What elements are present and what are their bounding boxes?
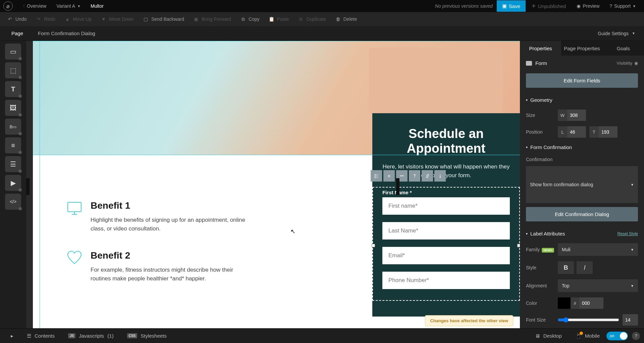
save-icon: ▣ — [502, 3, 507, 9]
top-bar: ⌀ 〈Overview Variant A▼ Multor No previou… — [0, 0, 644, 12]
duplicate-button[interactable]: ⧉Duplicate — [293, 14, 330, 24]
alignment-toolbar: ⬱ ≡ ⬵ ⤒ ⇵ ⤓ — [371, 170, 446, 182]
help-button[interactable]: ? — [632, 332, 640, 340]
expand-button[interactable]: ▸ — [4, 330, 20, 342]
edit-confirmation-dialog-button[interactable]: Edit Confirmation Dialog — [526, 207, 638, 221]
box-tool[interactable]: ⬚ — [5, 62, 21, 78]
page-tab[interactable]: Page — [4, 27, 31, 40]
confirmation-type-select[interactable]: Show form confirmation dialog▼ — [526, 166, 638, 203]
move-up-button[interactable]: ▲Move Up — [60, 14, 96, 24]
italic-button[interactable]: I — [577, 261, 593, 274]
change-notification-toast: Changes have affected the other view — [425, 315, 513, 326]
video-tool[interactable]: ▶ — [5, 175, 21, 191]
label-attributes-section[interactable]: ▾Label AttributesReset Style — [520, 227, 644, 241]
desktop-view-button[interactable]: 🖥Desktop — [528, 330, 569, 341]
move-down-button[interactable]: ▼Move Down — [96, 14, 139, 24]
tab-properties[interactable]: Properties — [520, 41, 561, 56]
contents-button[interactable]: ☰Contents — [20, 330, 61, 342]
fontsize-slider[interactable] — [558, 317, 619, 323]
align-center-v-icon[interactable]: ⇵ — [422, 170, 433, 182]
save-button[interactable]: ▣Save — [497, 0, 526, 12]
toggle-knob — [620, 332, 627, 340]
right-edge-handle[interactable] — [396, 178, 399, 195]
properties-panel: Properties Page Properties Goals Form Vi… — [520, 41, 644, 328]
align-center-h-icon[interactable]: ≡ — [383, 170, 395, 182]
visibility-toggle[interactable]: Visibility◉ — [616, 61, 638, 66]
copy-icon: ⧉ — [240, 16, 246, 22]
eye-icon: ◉ — [634, 61, 638, 66]
overview-button[interactable]: 〈Overview — [17, 1, 51, 11]
guide-h2 — [33, 155, 520, 155]
benefit-1-title: Benefit 1 — [91, 200, 248, 211]
left-edge-handle[interactable] — [26, 178, 30, 195]
desktop-icon: 🖥 — [535, 333, 540, 339]
help-icon: ? — [609, 3, 612, 9]
mobile-view-button[interactable]: 📱Mobile — [569, 330, 606, 342]
form-panel[interactable]: ⬱ ≡ ⬵ ⤒ ⇵ ⤓ Schedule an Appointment Here… — [372, 113, 520, 317]
image-tool[interactable]: 🖼 — [5, 100, 21, 116]
new-badge: NEW!! — [542, 248, 554, 253]
play-icon: ▸ — [11, 333, 13, 339]
benefit-2: Benefit 2 For example, fitness instructo… — [66, 250, 248, 283]
alignment-select[interactable]: Top▼ — [558, 279, 638, 292]
panel-tabs: Properties Page Properties Goals — [520, 41, 644, 56]
size-label: Size — [526, 113, 554, 118]
align-bottom-icon[interactable]: ⤓ — [434, 170, 446, 182]
javascripts-button[interactable]: JSJavascripts (1) — [61, 330, 120, 341]
form-confirmation-section[interactable]: ▾Form Confirmation — [520, 140, 644, 154]
toggle-label: on — [610, 334, 614, 338]
left-input[interactable] — [567, 126, 586, 138]
fontsize-input[interactable] — [623, 314, 638, 326]
form-selection-outline[interactable] — [372, 187, 520, 301]
reset-style-link[interactable]: Reset Style — [618, 231, 638, 236]
canvas-area[interactable]: Benefit 1 Highlight the benefits of sign… — [26, 41, 520, 328]
mobile-toggle[interactable]: on — [606, 332, 628, 340]
font-family-select[interactable]: Muli▼ — [558, 243, 638, 256]
chevron-down-icon: ▾ — [526, 232, 528, 235]
guide-v — [40, 41, 40, 328]
guide-h — [33, 41, 520, 41]
redo-icon: ↷ — [36, 16, 41, 22]
alignment-label: Alignment — [526, 283, 554, 288]
app-logo-icon[interactable]: ⌀ — [3, 1, 13, 11]
stylesheets-button[interactable]: CSSStylesheets — [120, 330, 173, 341]
support-button[interactable]: ?Support▼ — [605, 1, 641, 11]
paste-button[interactable]: 📋Paste — [264, 14, 294, 24]
family-row: FamilyNEW!! Muli▼ — [520, 241, 644, 259]
style-label: Style — [526, 265, 554, 270]
bring-forward-button[interactable]: ▣Bring Forward — [189, 14, 236, 24]
tab-goals[interactable]: Goals — [603, 41, 644, 56]
tab-page-properties[interactable]: Page Properties — [561, 41, 602, 56]
form-tool[interactable]: ≡ — [5, 137, 21, 153]
guide-settings-dropdown[interactable]: Guide Settings▼ — [598, 31, 640, 36]
section-tool[interactable]: ▭ — [5, 44, 21, 60]
tool-palette: ▭ ⬚ T 🖼 B▭ ≡ ☰ ▶ </> — [0, 41, 26, 328]
preview-button[interactable]: ◉Preview — [572, 1, 604, 11]
dialog-tab[interactable]: Form Confirmation Dialog — [31, 27, 103, 40]
family-label: FamilyNEW!! — [526, 247, 554, 252]
edit-form-fields-button[interactable]: Edit Form Fields — [526, 73, 638, 88]
delete-button[interactable]: 🗑Delete — [331, 14, 362, 24]
undo-button[interactable]: ↶Undo — [3, 14, 31, 24]
left-prefix: L — [558, 126, 567, 138]
top-input[interactable] — [599, 126, 618, 138]
bold-button[interactable]: B — [558, 261, 574, 274]
button-tool[interactable]: B▭ — [5, 119, 21, 135]
send-backward-button[interactable]: ▢Send Backward — [139, 14, 189, 24]
align-left-icon[interactable]: ⬱ — [371, 170, 382, 182]
redo-button[interactable]: ↷Redo — [31, 14, 60, 24]
color-swatch[interactable] — [558, 297, 571, 309]
page-canvas[interactable]: Benefit 1 Highlight the benefits of sign… — [33, 41, 520, 328]
width-input[interactable] — [567, 110, 586, 121]
geometry-section[interactable]: ▾Geometry — [520, 93, 644, 107]
color-row: Color # — [520, 295, 644, 312]
embed-tool[interactable]: ☰ — [5, 156, 21, 172]
copy-button[interactable]: ⧉Copy — [236, 14, 264, 24]
text-tool[interactable]: T — [5, 81, 21, 97]
js-count: (1) — [107, 333, 113, 339]
color-input[interactable] — [579, 297, 603, 309]
variant-dropdown[interactable]: Variant A▼ — [52, 1, 85, 11]
publish-button[interactable]: ✈Unpublished — [526, 3, 571, 9]
align-top-icon[interactable]: ⤒ — [409, 170, 420, 182]
html-tool[interactable]: </> — [5, 194, 21, 210]
